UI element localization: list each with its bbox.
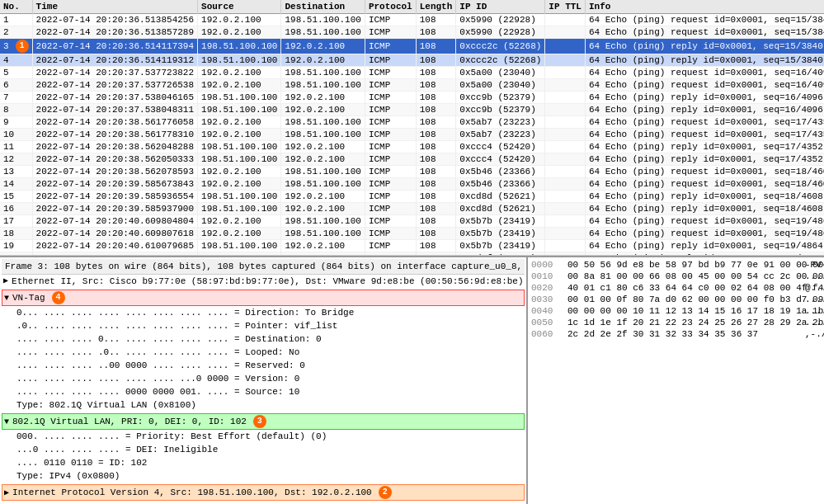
table-cell: 198.51.100.100 [198, 54, 281, 67]
proto-tree[interactable]: Frame 3: 108 bytes on wire (864 bits), 1… [0, 257, 528, 504]
bottom-pane: Frame 3: 108 bytes on wire (864 bits), 1… [0, 256, 824, 504]
table-row[interactable]: 132022-07-14 20:20:38.562078593192.0.2.1… [0, 166, 824, 178]
col-protocol: Protocol [365, 0, 416, 14]
table-cell: 198.51.100.100 [281, 79, 365, 92]
table-cell: 2022-07-14 20:20:38.561778310 [32, 129, 197, 141]
table-row[interactable]: 112022-07-14 20:20:38.562048288198.51.10… [0, 141, 824, 153]
table-cell: 2022-07-14 20:20:37.538046165 [32, 92, 197, 104]
table-row[interactable]: 312022-07-14 20:20:36.514117394198.51.10… [0, 39, 824, 54]
proto-arrow-dot1q: ▼ [4, 417, 9, 426]
table-cell: 15 [0, 191, 32, 203]
col-ipid: IP ID [456, 0, 545, 14]
proto-header-ip[interactable]: ▶Internet Protocol Version 4, Src: 198.5… [2, 484, 525, 501]
table-cell: 10 [0, 129, 32, 141]
table-cell: 2022-07-14 20:20:39.585936554 [32, 191, 197, 203]
proto-line: .... .... .... 0... .... .... .... .... … [15, 332, 525, 346]
hex-row: 00602c 2d 2e 2f 30 31 32 33 34 35 36 37,… [531, 328, 821, 340]
table-cell: 198.51.100.100 [198, 203, 281, 215]
table-cell: 19 [0, 240, 32, 252]
table-cell [545, 92, 586, 104]
table-cell [545, 153, 586, 166]
table-row[interactable]: 22022-07-14 20:20:36.513857289192.0.2.10… [0, 26, 824, 39]
table-cell: 0xccc4 (52420) [456, 141, 545, 153]
table-cell: 108 [416, 228, 456, 240]
table-cell: 64 Echo (ping) request id=0x0001, seq=19… [585, 215, 824, 228]
table-cell: 64 Echo (ping) reply id=0x0001, seq=15/3… [585, 54, 824, 67]
table-cell [545, 39, 586, 54]
table-cell: 108 [416, 191, 456, 203]
table-cell: 0x5b46 (23366) [456, 178, 545, 191]
table-cell: 192.0.2.100 [281, 240, 365, 252]
table-cell: 192.0.2.100 [198, 14, 281, 26]
table-row[interactable]: 92022-07-14 20:20:38.561776058192.0.2.10… [0, 116, 824, 129]
table-cell: 64 Echo (ping) reply id=0x0001, seq=16/4… [585, 104, 824, 116]
proto-line: 0... .... .... .... .... .... .... .... … [15, 306, 525, 319]
proto-line: .... .... .... .... 0000 0000 001. .... … [15, 385, 525, 398]
table-cell: ICMP [365, 191, 416, 203]
table-cell: 64 Echo (ping) request id=0x0001, seq=15… [585, 14, 824, 26]
table-cell: 8 [0, 104, 32, 116]
packet-list[interactable]: No. Time Source Destination Protocol Len… [0, 0, 824, 256]
proto-header-ethernet[interactable]: ▶Ethernet II, Src: Cisco b9:77:0e (58:97… [2, 275, 525, 288]
hex-ascii: @....3dd ...d..O. [805, 282, 824, 294]
hex-bytes: 00 50 56 9d e8 be 58 97 bd b9 77 0e 91 0… [567, 259, 798, 271]
table-cell: 64 Echo (ping) request id=0x0001, seq=16… [585, 67, 824, 79]
table-cell: 64 Echo (ping) request id=0x0001, seq=15… [585, 26, 824, 39]
table-cell: 0x5a00 (23040) [456, 79, 545, 92]
table-cell [545, 166, 586, 178]
proto-header-vntag[interactable]: ▼VN-Tag4 [2, 290, 525, 306]
table-row[interactable]: 82022-07-14 20:20:37.538048311198.51.100… [0, 104, 824, 116]
table-row[interactable]: 52022-07-14 20:20:37.537723822192.0.2.10… [0, 67, 824, 79]
hex-offset: 0050 [531, 317, 561, 328]
col-time: Time [32, 0, 197, 14]
table-row[interactable]: 142022-07-14 20:20:39.585673843192.0.2.1… [0, 178, 824, 191]
table-row[interactable]: 152022-07-14 20:20:39.585936554198.51.10… [0, 191, 824, 203]
table-row[interactable]: 192022-07-14 20:20:40.610079685198.51.10… [0, 240, 824, 252]
table-cell: 13 [0, 166, 32, 178]
table-cell [545, 26, 586, 39]
table-cell: 192.0.2.100 [198, 215, 281, 228]
table-cell: 64 Echo (ping) request id=0x0001, seq=18… [585, 166, 824, 178]
table-cell [545, 203, 586, 215]
table-row[interactable]: 12022-07-14 20:20:36.513854256192.0.2.10… [0, 14, 824, 26]
table-row[interactable]: 42022-07-14 20:20:36.514119312198.51.100… [0, 54, 824, 67]
table-cell: ICMP [365, 79, 416, 92]
table-cell: 0x5990 (22928) [456, 26, 545, 39]
table-row[interactable]: 72022-07-14 20:20:37.538046165198.51.100… [0, 92, 824, 104]
table-cell: 12 [0, 153, 32, 166]
table-row[interactable]: 102022-07-14 20:20:38.561778310192.0.2.1… [0, 129, 824, 141]
table-cell [545, 228, 586, 240]
table-cell: ICMP [365, 92, 416, 104]
table-cell: 0x5ab7 (23223) [456, 116, 545, 129]
hex-ascii: .... !"# $%&'()*+ [805, 317, 824, 328]
hex-bytes: 00 01 00 0f 80 7a d0 62 00 00 00 00 f0 b… [567, 294, 798, 305]
table-row[interactable]: 162022-07-14 20:20:39.585937900198.51.10… [0, 203, 824, 215]
table-row[interactable]: 62022-07-14 20:20:37.537726538192.0.2.10… [0, 79, 824, 92]
hex-dump[interactable]: 000000 50 56 9d e8 be 58 97 bd b9 77 0e … [528, 257, 824, 504]
table-row[interactable]: 122022-07-14 20:20:38.562050333198.51.10… [0, 153, 824, 166]
table-cell [545, 54, 586, 67]
table-row[interactable]: 172022-07-14 20:20:40.609804804192.0.2.1… [0, 215, 824, 228]
table-cell: 198.51.100.100 [198, 104, 281, 116]
table-cell: 108 [416, 178, 456, 191]
table-cell: 1 [0, 14, 32, 26]
table-cell: 192.0.2.100 [281, 203, 365, 215]
table-cell: 64 Echo (ping) reply id=0x0001, seq=18/4… [585, 203, 824, 215]
table-cell: 192.0.2.100 [281, 92, 365, 104]
table-cell: 64 Echo (ping) reply id=0x0001, seq=19/4… [585, 240, 824, 252]
table-cell: 198.51.100.100 [281, 67, 365, 79]
proto-line: Type: 802.1Q Virtual LAN (0x8100) [15, 398, 525, 412]
proto-label-ethernet: Ethernet II, Src: Cisco b9:77:0e (58:97:… [12, 276, 524, 287]
table-cell: 64 Echo (ping) reply id=0x0001, seq=16/4… [585, 92, 824, 104]
table-cell: ICMP [365, 228, 416, 240]
table-cell [545, 178, 586, 191]
proto-header-dot1q[interactable]: ▼802.1Q Virtual LAN, PRI: 0, DEI: 0, ID:… [2, 413, 525, 430]
table-row[interactable]: 182022-07-14 20:20:40.609807618192.0.2.1… [0, 228, 824, 240]
table-cell: 2022-07-14 20:20:36.513857289 [32, 26, 197, 39]
proto-arrow-ethernet: ▶ [3, 276, 8, 287]
proto-arrow-vntag: ▼ [4, 294, 9, 303]
table-cell: 192.0.2.100 [198, 228, 281, 240]
table-cell: 198.51.100.100 [198, 191, 281, 203]
col-destination: Destination [281, 0, 365, 14]
table-cell: 2022-07-14 20:20:38.562050333 [32, 153, 197, 166]
